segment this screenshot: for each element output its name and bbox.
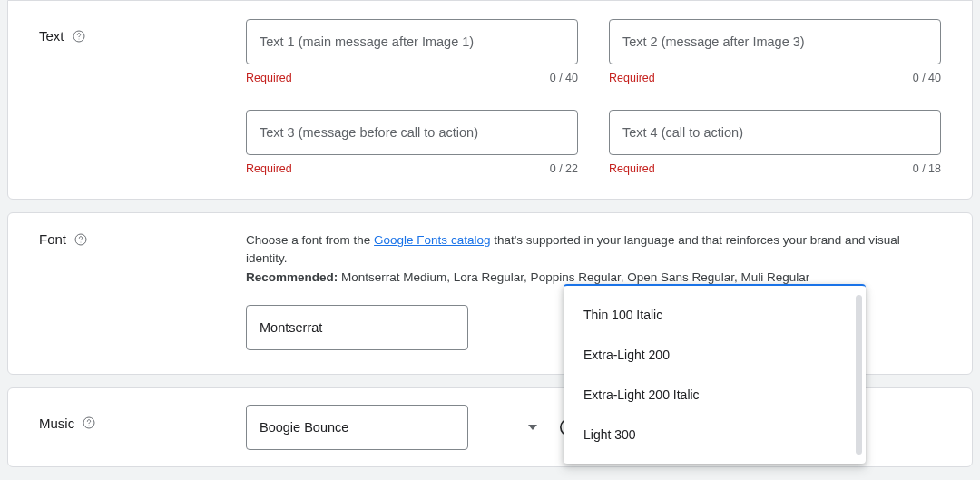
font-weight-option[interactable]: Light 300 <box>564 415 866 455</box>
char-counter: 0 / 22 <box>550 162 578 175</box>
font-family-input[interactable] <box>246 305 468 350</box>
music-track-input[interactable] <box>246 405 468 450</box>
char-counter: 0 / 40 <box>913 72 941 84</box>
text-field-4: Required 0 / 18 <box>609 110 941 175</box>
recommended-list: Montserrat Medium, Lora Regular, Poppins… <box>338 270 809 284</box>
text-section-label: Text <box>39 28 64 44</box>
font-label-col: Font <box>39 231 246 247</box>
font-weight-option[interactable]: Extra-Light 200 <box>564 335 866 375</box>
help-icon[interactable] <box>72 29 86 44</box>
char-counter: 0 / 40 <box>550 72 578 84</box>
text-input-1[interactable] <box>246 19 578 64</box>
required-label: Required <box>246 162 292 175</box>
required-label: Required <box>246 72 292 84</box>
char-counter: 0 / 18 <box>913 162 941 175</box>
font-desc-prefix: Choose a font from the <box>246 233 374 247</box>
music-section-label: Music <box>39 416 74 431</box>
dropdown-scrollbar[interactable] <box>856 295 862 455</box>
svg-point-5 <box>89 426 90 426</box>
required-label: Required <box>609 72 655 84</box>
text-field-1: Required 0 / 40 <box>246 19 578 84</box>
help-icon[interactable] <box>74 232 88 247</box>
google-fonts-link[interactable]: Google Fonts catalog <box>374 233 490 247</box>
text-input-4[interactable] <box>609 110 941 155</box>
text-card: Text Required 0 / 40 Req <box>7 0 973 200</box>
help-icon[interactable] <box>82 416 96 430</box>
font-section-label: Font <box>39 231 66 247</box>
text-label-col: Text <box>39 19 246 44</box>
chevron-down-icon <box>528 425 537 430</box>
svg-point-1 <box>78 38 79 39</box>
font-family-select[interactable] <box>246 305 578 350</box>
text-input-2[interactable] <box>609 19 941 64</box>
required-label: Required <box>609 162 655 175</box>
font-description: Choose a font from the Google Fonts cata… <box>246 231 941 287</box>
text-fields: Required 0 / 40 Required 0 / 40 Required <box>246 19 941 175</box>
text-field-3: Required 0 / 22 <box>246 110 578 175</box>
svg-point-3 <box>81 241 82 242</box>
font-weight-dropdown[interactable]: Thin 100 Italic Extra-Light 200 Extra-Li… <box>564 284 866 464</box>
font-weight-option[interactable]: Thin 100 Italic <box>564 295 866 335</box>
music-label-col: Music <box>39 405 246 431</box>
music-track-select[interactable] <box>246 405 548 450</box>
recommended-label: Recommended: <box>246 270 338 284</box>
text-field-2: Required 0 / 40 <box>609 19 941 84</box>
text-input-3[interactable] <box>246 110 578 155</box>
font-weight-option[interactable]: Extra-Light 200 Italic <box>564 375 866 415</box>
